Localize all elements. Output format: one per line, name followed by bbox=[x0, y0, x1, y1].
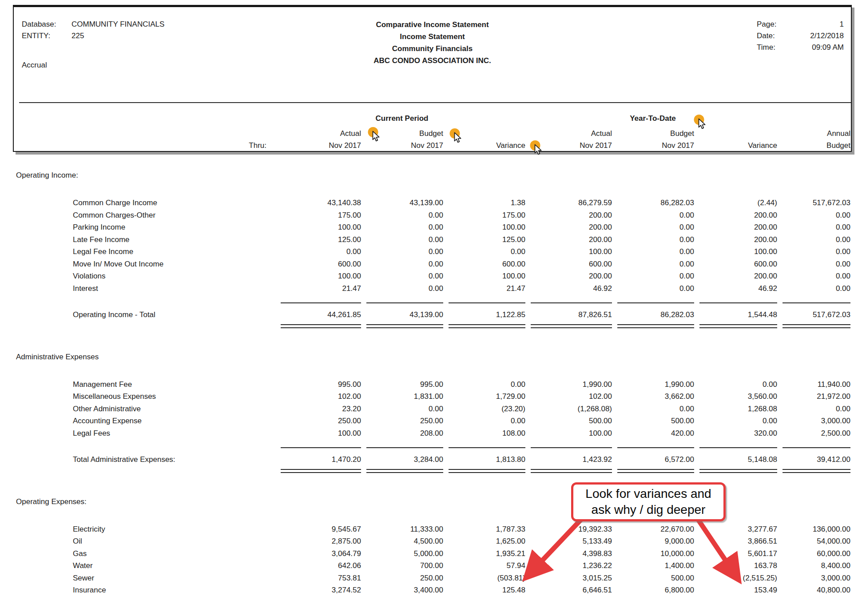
report-title-line4: ABC CONDO ASSOCIATION INC. bbox=[14, 55, 851, 67]
amount-cell: 102.00 bbox=[275, 390, 361, 403]
rule-segment bbox=[699, 447, 777, 448]
account-name: Common Charges-Other bbox=[0, 209, 275, 222]
amount-cell: 0.00 bbox=[612, 221, 694, 234]
amount-cell: 100.00 bbox=[525, 246, 612, 258]
amount-cell: 1.38 bbox=[443, 197, 525, 209]
amount-cell: 1,935.21 bbox=[443, 548, 525, 560]
amount-cell: 0.00 bbox=[443, 378, 525, 391]
amount-cell: 4,500.00 bbox=[361, 535, 443, 548]
amount-cell: 1,625.00 bbox=[443, 535, 525, 548]
amount-cell: 5,601.17 bbox=[694, 548, 777, 560]
column-label-variance-current: Variance bbox=[496, 140, 525, 151]
amount-cell: 0.00 bbox=[777, 209, 850, 222]
amount-cell: 46.92 bbox=[525, 282, 612, 295]
amount-cell: 6,800.00 bbox=[612, 584, 694, 596]
account-name: Late Fee Income bbox=[0, 234, 275, 246]
amount-cell: 125.00 bbox=[443, 234, 525, 246]
amount-cell: 0.00 bbox=[694, 415, 777, 427]
total-amount-cell: 86,282.03 bbox=[612, 309, 694, 321]
total-amount-cell: 43,139.00 bbox=[361, 309, 443, 321]
rule-segment bbox=[449, 447, 525, 448]
total-rule-below bbox=[0, 323, 850, 329]
account-name: Parking Income bbox=[0, 221, 275, 234]
account-row: Violations100.000.00100.00200.000.00200.… bbox=[0, 270, 850, 282]
account-row: Legal Fees100.00208.00108.00100.00420.00… bbox=[0, 427, 850, 440]
page-value: 1 bbox=[840, 19, 844, 30]
amount-cell: 86,279.59 bbox=[525, 197, 612, 209]
column-label-annual-budget: Budget bbox=[826, 140, 850, 151]
rule-segment bbox=[783, 324, 850, 328]
amount-cell: 102.00 bbox=[525, 390, 612, 403]
amount-cell: 0.00 bbox=[777, 270, 850, 282]
amount-cell: 600.00 bbox=[443, 258, 525, 270]
rule-segment bbox=[531, 469, 612, 473]
rule-segment bbox=[617, 302, 694, 303]
amount-cell: 200.00 bbox=[525, 221, 612, 234]
amount-cell: 700.00 bbox=[361, 560, 443, 572]
report-titles: Comparative Income Statement Income Stat… bbox=[14, 19, 851, 67]
section-total-name: Operating Income - Total bbox=[0, 309, 275, 321]
amount-cell: 21.47 bbox=[443, 282, 525, 295]
rule-segment bbox=[699, 302, 777, 303]
amount-cell: 3,662.00 bbox=[612, 390, 694, 403]
amount-cell: 200.00 bbox=[694, 270, 777, 282]
total-amount-cell: 5,148.08 bbox=[694, 453, 777, 466]
rule-segment bbox=[366, 447, 443, 448]
amount-cell: 100.00 bbox=[443, 221, 525, 234]
rule-segment bbox=[449, 469, 525, 473]
section-title: Operating Income: bbox=[16, 171, 850, 180]
rule-segment bbox=[281, 302, 361, 303]
amount-cell: 600.00 bbox=[525, 258, 612, 270]
amount-cell: 136,000.00 bbox=[777, 523, 850, 536]
callout-line1: Look for variances and bbox=[585, 486, 711, 502]
amount-cell: 0.00 bbox=[777, 403, 850, 415]
amount-cell: 100.00 bbox=[275, 221, 361, 234]
total-amount-cell: 6,572.00 bbox=[612, 453, 694, 466]
amount-cell: 100.00 bbox=[694, 246, 777, 258]
amount-cell: 500.00 bbox=[525, 415, 612, 427]
amount-cell: 54,000.00 bbox=[777, 535, 850, 548]
amount-cell: 1,236.22 bbox=[525, 560, 612, 572]
amount-cell: 1,400.00 bbox=[612, 560, 694, 572]
amount-cell: 0.00 bbox=[443, 246, 525, 258]
account-name: Electricity bbox=[0, 523, 275, 536]
column-label-annual: Annual bbox=[827, 128, 850, 139]
account-row: Oil2,875.004,500.001,625.005,133.499,000… bbox=[0, 535, 850, 548]
account-name: Management Fee bbox=[0, 378, 275, 391]
account-row: Sewer753.81250.00(503.81)3,015.25500.00(… bbox=[0, 572, 850, 584]
rule-segment bbox=[281, 447, 361, 448]
rule-segment bbox=[531, 447, 612, 448]
column-label-actual-ytd: Actual bbox=[591, 128, 612, 139]
account-row: Miscellaneous Expenses102.001,831.001,72… bbox=[0, 390, 850, 403]
amount-cell: 153.49 bbox=[694, 584, 777, 596]
rule-segment bbox=[449, 302, 525, 303]
amount-cell: 1,990.00 bbox=[525, 378, 612, 391]
amount-cell: 200.00 bbox=[525, 234, 612, 246]
amount-cell: 320.00 bbox=[694, 427, 777, 440]
total-amount-cell: 1,813.80 bbox=[443, 453, 525, 466]
account-row: Water642.06700.0057.941,236.221,400.0016… bbox=[0, 560, 850, 572]
account-row: Move In/ Move Out Income600.000.00600.00… bbox=[0, 258, 850, 270]
amount-cell: 200.00 bbox=[525, 270, 612, 282]
amount-cell: 6,646.51 bbox=[525, 584, 612, 596]
amount-cell: 21,972.00 bbox=[777, 390, 850, 403]
account-name: Gas bbox=[0, 548, 275, 560]
amount-cell: 0.00 bbox=[361, 209, 443, 222]
account-row: Electricity9,545.6711,333.001,787.3319,3… bbox=[0, 523, 850, 536]
amount-cell: 995.00 bbox=[275, 378, 361, 391]
account-name: Insurance bbox=[0, 584, 275, 596]
total-amount-cell: 1,470.20 bbox=[275, 453, 361, 466]
amount-cell: 108.00 bbox=[443, 427, 525, 440]
rule-segment bbox=[617, 324, 694, 328]
annotation-callout: Look for variances and ask why / dig dee… bbox=[571, 482, 726, 521]
report-title-line3: Community Financials bbox=[14, 43, 851, 55]
account-name: Sewer bbox=[0, 572, 275, 584]
amount-cell: 250.00 bbox=[275, 415, 361, 427]
date-label: Date: bbox=[757, 30, 775, 42]
amount-cell: 3,015.25 bbox=[525, 572, 612, 584]
thru-label: Thru: bbox=[249, 140, 266, 151]
rule-segment bbox=[281, 469, 361, 473]
amount-cell: 0.00 bbox=[361, 282, 443, 295]
column-label-actual-current: Actual bbox=[340, 128, 361, 139]
amount-cell: 3,560.00 bbox=[694, 390, 777, 403]
